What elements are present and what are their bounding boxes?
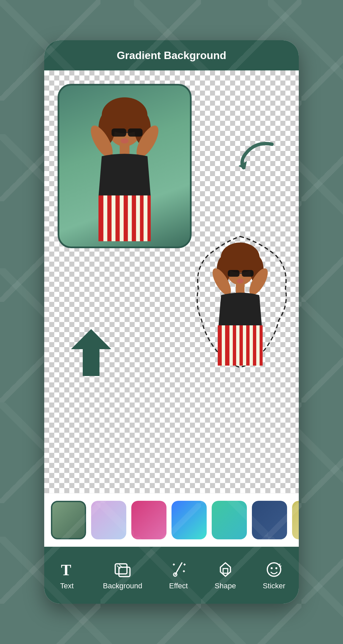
effect-icon xyxy=(169,560,188,579)
swatch-2[interactable] xyxy=(91,501,126,539)
shape-icon xyxy=(216,560,234,579)
swatch-6[interactable] xyxy=(252,501,287,539)
svg-rect-14 xyxy=(120,196,124,241)
svg-rect-52 xyxy=(223,569,228,573)
tool-shape[interactable]: Shape xyxy=(215,560,236,590)
svg-rect-34 xyxy=(243,325,246,366)
tool-sticker-label: Sticker xyxy=(263,582,285,590)
svg-point-55 xyxy=(275,567,277,569)
bottom-toolbar: T Text Background xyxy=(44,547,299,604)
canvas-area[interactable] xyxy=(44,70,299,493)
svg-point-54 xyxy=(271,567,273,569)
svg-marker-37 xyxy=(71,329,111,376)
svg-rect-15 xyxy=(128,196,132,241)
svg-rect-8 xyxy=(120,145,129,155)
svg-point-26 xyxy=(237,279,244,283)
swatch-4[interactable] xyxy=(172,501,207,539)
tool-text-label: Text xyxy=(60,582,73,590)
up-arrow xyxy=(69,327,113,379)
svg-rect-17 xyxy=(144,196,148,241)
background-icon xyxy=(113,560,132,579)
swatch-5[interactable] xyxy=(212,501,247,539)
svg-rect-31 xyxy=(222,325,225,366)
svg-rect-35 xyxy=(250,325,253,366)
svg-rect-24 xyxy=(242,270,254,277)
tool-background[interactable]: Background xyxy=(103,560,142,590)
app-header: Gradient Background xyxy=(44,40,299,70)
svg-point-7 xyxy=(121,138,128,144)
sticker-icon xyxy=(265,560,283,579)
tool-sticker[interactable]: Sticker xyxy=(263,560,285,590)
tool-effect-label: Effect xyxy=(169,582,188,590)
svg-rect-27 xyxy=(236,284,245,293)
svg-rect-40 xyxy=(119,567,130,577)
curved-arrow xyxy=(235,138,279,172)
tool-shape-label: Shape xyxy=(215,582,236,590)
page-title: Gradient Background xyxy=(117,49,226,62)
tool-effect[interactable]: Effect xyxy=(169,560,188,590)
swatches-row xyxy=(44,493,299,547)
cutout-person[interactable] xyxy=(192,235,289,369)
tool-background-label: Background xyxy=(103,582,142,590)
swatch-1[interactable] xyxy=(51,501,86,539)
svg-rect-32 xyxy=(229,325,233,366)
photo-frame[interactable] xyxy=(58,84,192,248)
svg-marker-51 xyxy=(220,563,230,576)
tool-text[interactable]: T Text xyxy=(58,560,76,590)
text-icon: T xyxy=(58,560,76,579)
phone-frame: Gradient Background xyxy=(44,40,299,604)
svg-rect-16 xyxy=(136,196,140,241)
svg-rect-12 xyxy=(104,196,108,241)
svg-rect-36 xyxy=(256,325,260,366)
svg-rect-23 xyxy=(228,270,239,277)
svg-rect-13 xyxy=(112,196,116,241)
svg-rect-4 xyxy=(112,128,126,137)
swatch-7[interactable] xyxy=(292,501,299,539)
svg-rect-39 xyxy=(115,564,127,574)
framed-person-svg xyxy=(59,86,190,247)
cutout-svg xyxy=(192,235,289,369)
swatch-3[interactable] xyxy=(131,501,166,539)
svg-rect-33 xyxy=(236,325,239,366)
svg-text:T: T xyxy=(61,561,71,578)
svg-rect-5 xyxy=(128,128,143,137)
